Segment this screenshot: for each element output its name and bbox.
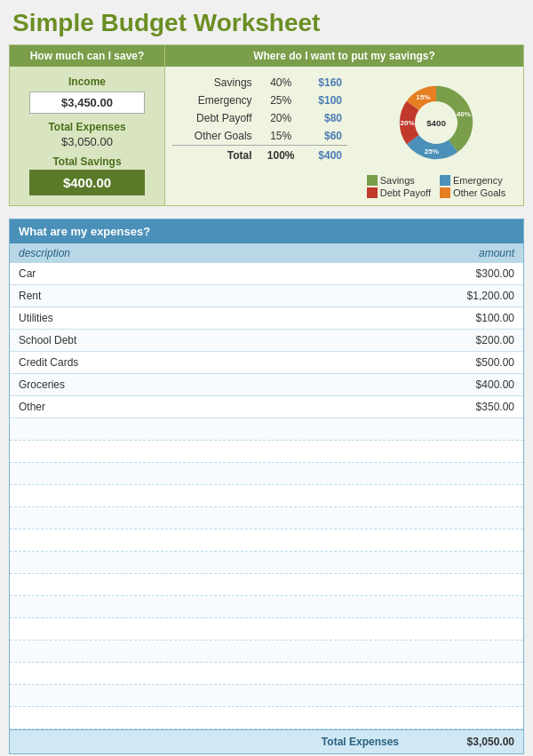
expense-empty-amt[interactable] (408, 578, 514, 591)
expense-empty-amt[interactable] (408, 667, 514, 680)
expense-empty-desc[interactable] (19, 512, 408, 524)
expense-empty-desc[interactable] (19, 578, 408, 591)
expense-desc: Credit Cards (19, 356, 408, 369)
expense-empty-row[interactable] (10, 641, 523, 663)
expense-empty-desc[interactable] (19, 601, 408, 613)
right-panel-content: Savings 40% $160 Emergency 25% $100 Debt… (165, 67, 523, 205)
savings-row: Debt Payoff 20% $80 (172, 109, 347, 127)
page-title: Simple Budget Worksheet (9, 9, 524, 37)
savings-row-amt: $80 (305, 109, 347, 127)
expense-empty-amt[interactable] (408, 445, 514, 458)
expense-row: Car $300.00 (10, 263, 523, 285)
expense-empty-row[interactable] (10, 441, 523, 463)
expense-empty-amt[interactable] (408, 534, 514, 546)
savings-row-amt: $60 (305, 127, 347, 146)
expense-empty-amt[interactable] (408, 712, 514, 724)
expense-desc: Rent (19, 290, 408, 302)
expense-empty-row[interactable] (10, 485, 523, 507)
expense-empty-amt[interactable] (408, 601, 514, 613)
expense-empty-amt[interactable] (408, 512, 514, 524)
legend-color (440, 187, 450, 198)
expense-row: Credit Cards $500.00 (10, 352, 523, 374)
expense-empty-amt[interactable] (408, 423, 514, 435)
expense-empty-amt[interactable] (408, 689, 514, 702)
expense-amt: $1,200.00 (408, 290, 514, 302)
expense-row: Rent $1,200.00 (10, 285, 523, 307)
top-section: How much can I save? Income Total Expens… (9, 44, 524, 206)
expense-empty-row[interactable] (10, 463, 523, 485)
total-expenses-label: Total Expenses (19, 121, 155, 133)
expense-amt: $200.00 (408, 334, 514, 346)
savings-row-label: Total (172, 146, 258, 165)
expense-empty-row[interactable] (10, 596, 523, 618)
chart-area: 40%25%20%15%$400 (function() { const cx … (356, 74, 516, 198)
legend-color (367, 175, 378, 186)
expense-empty-row[interactable] (10, 618, 523, 641)
expense-empty-amt[interactable] (408, 489, 514, 502)
expense-empty-desc[interactable] (19, 467, 408, 480)
savings-row: Other Goals 15% $60 (172, 127, 347, 146)
expense-empty-desc[interactable] (19, 423, 408, 435)
expenses-col-header: description amount (10, 243, 523, 263)
expense-row: Utilities $100.00 (10, 307, 523, 330)
expense-empty-desc[interactable] (19, 667, 408, 680)
savings-row-amt: $400 (305, 146, 347, 165)
footer-total-amt: $3,050.00 (408, 736, 514, 748)
savings-row: Savings 40% $160 (172, 74, 347, 92)
expense-empty-desc[interactable] (19, 645, 408, 657)
legend-label: Debt Payoff (380, 187, 431, 198)
expense-row: Other $350.00 (10, 396, 523, 418)
expense-empty-desc[interactable] (19, 489, 408, 502)
expense-desc: Utilities (19, 312, 408, 324)
savings-row-pct: 100% (258, 146, 305, 165)
total-savings-box: $400.00 (29, 170, 145, 195)
expense-empty-amt[interactable] (408, 645, 514, 657)
expense-empty-row[interactable] (10, 707, 523, 729)
expense-empty-row[interactable] (10, 663, 523, 685)
col-amount-header: amount (408, 247, 514, 259)
expense-empty-row[interactable] (10, 507, 523, 529)
expense-empty-desc[interactable] (19, 712, 408, 724)
expenses-header: What are my expenses? (10, 219, 523, 243)
legend-item: Other Goals (440, 187, 505, 198)
left-panel-header: How much can I save? (10, 45, 165, 67)
expense-empty-desc[interactable] (19, 445, 408, 458)
chart-legend: SavingsEmergencyDebt PayoffOther Goals (367, 175, 506, 198)
expense-desc: School Debt (19, 334, 408, 346)
expense-empty-row[interactable] (10, 685, 523, 707)
expense-empty-row[interactable] (10, 552, 523, 574)
income-input[interactable] (29, 92, 145, 114)
expense-empty-desc[interactable] (19, 689, 408, 702)
expense-empty-amt[interactable] (408, 623, 514, 635)
expense-empty-desc[interactable] (19, 556, 408, 569)
savings-row-label: Emergency (172, 92, 258, 109)
expense-empty-desc[interactable] (19, 623, 408, 635)
expense-empty-row[interactable] (10, 418, 523, 441)
expense-empty-desc[interactable] (19, 534, 408, 546)
savings-row-label: Other Goals (172, 127, 258, 146)
legend-item: Savings (367, 175, 433, 186)
expense-amt: $500.00 (408, 356, 514, 369)
expense-amt: $300.00 (408, 267, 514, 280)
savings-row-amt: $100 (305, 92, 347, 109)
savings-row: Total 100% $400 (172, 146, 347, 165)
legend-item: Debt Payoff (367, 187, 433, 198)
savings-row: Emergency 25% $100 (172, 92, 347, 109)
svg-text:$400: $400 (426, 118, 446, 128)
total-savings-label: Total Savings (19, 155, 155, 168)
expenses-footer: Total Expenses $3,050.00 (10, 729, 523, 753)
total-expenses-value: $3,050.00 (19, 135, 155, 148)
expense-empty-amt[interactable] (408, 556, 514, 569)
expense-empty-row[interactable] (10, 574, 523, 596)
svg-text:40%: 40% (457, 110, 471, 118)
legend-label: Emergency (453, 175, 503, 186)
savings-row-pct: 15% (258, 127, 305, 146)
expense-rows-container: Car $300.00 Rent $1,200.00 Utilities $10… (10, 263, 523, 729)
legend-label: Other Goals (453, 187, 505, 198)
right-panel: Where do I want to put my savings? Savin… (165, 45, 523, 205)
legend-item: Emergency (440, 175, 505, 186)
expense-amt: $400.00 (408, 378, 514, 391)
savings-row-label: Savings (172, 74, 258, 92)
expense-empty-row[interactable] (10, 529, 523, 552)
expense-empty-amt[interactable] (408, 467, 514, 480)
